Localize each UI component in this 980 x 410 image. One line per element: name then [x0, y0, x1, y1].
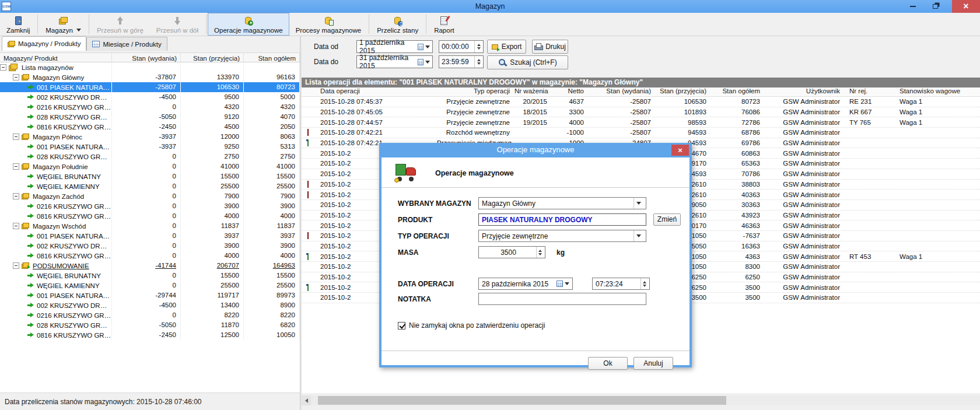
toolbar-button-raport[interactable]: Raport [428, 13, 461, 36]
spinner-buttons[interactable] [474, 56, 481, 68]
zmien-button[interactable]: Zmień [653, 213, 681, 226]
column-header[interactable]: Stan (przyjęcia) [653, 87, 709, 96]
tree-item[interactable]: Magazyn Główny [0, 72, 112, 82]
chevron-down-icon[interactable] [425, 61, 430, 64]
tree-row[interactable]: 002 KRUSZYWO DR…-450095005000 [0, 92, 300, 102]
expander-icon[interactable] [13, 223, 19, 229]
table-row[interactable]: 2015-10-28 07:45:37Przyjęcie zewnętrzne2… [302, 97, 980, 107]
column-header[interactable]: Stan (przyjęcia) [181, 53, 244, 63]
expander-icon[interactable] [13, 134, 19, 140]
column-header[interactable]: Stan ogółem [709, 87, 762, 96]
spin-down-icon[interactable] [477, 62, 481, 65]
expander-icon[interactable] [13, 193, 19, 199]
tree-item[interactable]: 001 PIASEK NATURA… [0, 290, 112, 300]
tree-row[interactable]: 001 PIASEK NATURA…039373937 [0, 231, 300, 241]
toolbar-button-operacje-magazynowe[interactable]: Operacje magazynowe [208, 13, 289, 36]
tree-item[interactable]: 002 KRUSZYWO DR… [0, 92, 112, 102]
column-header[interactable]: Stan (wydania) [112, 53, 181, 63]
tab-magazyny-produkty[interactable]: Magazyny / Produkty [2, 36, 86, 51]
tree-item[interactable]: WĘGIEL BRUNATNY [0, 271, 112, 281]
tree-row[interactable]: WĘGIEL KAMIENNY02550025500 [0, 181, 300, 191]
spin-down-icon[interactable] [477, 47, 481, 50]
dialog-close-button[interactable]: × [671, 145, 689, 156]
chevron-down-icon[interactable] [76, 29, 81, 31]
tree-item[interactable]: WĘGIEL KAMIENNY [0, 281, 112, 290]
tree-item[interactable]: 028 KRUSZYWO GR… [0, 112, 112, 122]
spin-up-icon[interactable] [643, 281, 646, 283]
time-from-input[interactable]: 00:00:00 [439, 40, 484, 53]
tree-row[interactable]: Magazyn Południe04100041000 [0, 162, 300, 171]
time-to-input[interactable]: 23:59:59 [439, 55, 484, 68]
search-button[interactable]: Szukaj (Ctrl+F) [487, 55, 568, 69]
column-header[interactable]: Nr ważenia [512, 87, 550, 96]
tree-row[interactable]: PODSUMOWANIE-41744206707164963 [0, 261, 300, 271]
dropdown-button[interactable] [634, 198, 643, 209]
column-header[interactable]: Data operacji [318, 87, 435, 96]
expander-icon[interactable] [13, 163, 19, 170]
spin-up-icon[interactable] [477, 59, 481, 61]
toolbar-button-przesun-w-gore[interactable]: Przesuń w górę [90, 13, 150, 36]
column-header[interactable]: Netto [550, 87, 586, 96]
tree-row[interactable]: 0216 KRUSZYWO GR…039003900 [0, 201, 300, 211]
chevron-down-icon[interactable] [425, 45, 430, 48]
date-to-input[interactable]: 31 października 2015 [356, 55, 433, 68]
tree-row[interactable]: 002 KRUSZYWO DR…-4500134008900 [0, 300, 300, 310]
tree-item[interactable]: WĘGIEL KAMIENNY [0, 181, 112, 191]
masa-spinner[interactable]: 3500 [478, 246, 545, 258]
toolbar-button-zamknij[interactable]: Zamknij [0, 13, 36, 36]
column-header[interactable]: Stan ogółem [244, 53, 300, 63]
czas-operacji-spinner[interactable]: 07:23:24 [592, 278, 650, 290]
tree-row[interactable]: 028 KRUSZYWO GR…027502750 [0, 152, 300, 162]
tree-item[interactable]: 001 PIASEK NATURA… [0, 142, 112, 152]
tree-row[interactable]: 001 PIASEK NATURA…-2580710653080723 [0, 82, 300, 92]
tree-row[interactable]: WĘGIEL BRUNATNY01550015500 [0, 271, 300, 281]
tab-miesiace-produkty[interactable]: Miesiące / Produkty [86, 37, 167, 51]
tree-row[interactable]: WĘGIEL KAMIENNY02550025500 [0, 281, 300, 290]
tree-item[interactable]: 0216 KRUSZYWO GR… [0, 310, 112, 320]
chevron-down-icon[interactable] [565, 282, 569, 285]
expander-icon[interactable] [13, 74, 19, 80]
print-button[interactable]: Drukuj [532, 40, 568, 54]
tree-item[interactable]: 0216 KRUSZYWO GR… [0, 102, 112, 112]
tree-item[interactable]: Magazyn Zachód [0, 191, 112, 201]
tree-item[interactable]: Magazyn Wschód [0, 221, 112, 231]
spinner-buttons[interactable] [474, 41, 481, 52]
minimize-button[interactable] [904, 0, 922, 13]
tree-row[interactable]: 0216 KRUSZYWO GR…043204320 [0, 102, 300, 112]
toolbar-button-magazyn[interactable]: Magazyn [39, 13, 88, 36]
tree-row[interactable]: Lista magazynów [0, 62, 300, 72]
spin-down-icon[interactable] [538, 253, 542, 255]
typ-operacji-select[interactable]: Przyjęcie zewnętrzne [478, 230, 646, 242]
dropdown-button[interactable] [634, 230, 643, 241]
tree-row[interactable]: 028 KRUSZYWO GR…-5050118706820 [0, 320, 300, 330]
tree-item[interactable]: 001 PIASEK NATURA… [0, 231, 112, 241]
tree-item[interactable]: 002 KRUSZYWO DR… [0, 241, 112, 251]
spinner-buttons[interactable] [536, 247, 542, 258]
tree-row[interactable]: 0816 KRUSZYWO GR…040004000 [0, 211, 300, 221]
table-row[interactable]: 2015-10-28 07:45:05Przyjęcie zewnętrzne1… [302, 107, 980, 118]
tree-item[interactable]: WĘGIEL BRUNATNY [0, 171, 112, 181]
notatka-input[interactable] [478, 293, 646, 305]
spin-up-icon[interactable] [477, 44, 481, 46]
tree-row[interactable]: Magazyn Wschód01183711837 [0, 221, 300, 231]
column-header[interactable]: Nr rej. [842, 87, 892, 96]
table-row[interactable]: 2015-10-28 07:44:57Przyjęcie zewnętrzne1… [302, 117, 980, 128]
tree-item[interactable]: 001 PIASEK NATURA… [0, 82, 112, 92]
export-button[interactable]: Export [487, 40, 526, 54]
scroll-left-arrow-icon[interactable] [302, 395, 311, 405]
date-from-input[interactable]: 1 października 2015 [356, 40, 433, 53]
ok-button[interactable]: Ok [588, 357, 628, 370]
expander-icon[interactable] [0, 64, 6, 71]
spinner-buttons[interactable] [640, 278, 646, 289]
toolbar-button-procesy-magazynowe[interactable]: Procesy magazynowe [289, 13, 368, 36]
tree-item[interactable]: 028 KRUSZYWO GR… [0, 152, 112, 162]
scrollbar-thumb[interactable] [318, 396, 726, 405]
toolbar-button-przesun-w-dol[interactable]: Przesuń w dół [150, 13, 205, 36]
tree-item[interactable]: 002 KRUSZYWO DR… [0, 300, 112, 310]
tree-row[interactable]: Magazyn Zachód079007900 [0, 191, 300, 201]
table-row[interactable]: 2015-10-28 07:42:21Rozchód wewnętrzny-10… [302, 128, 980, 138]
tree-item[interactable]: 0816 KRUSZYWO GR… [0, 330, 112, 340]
tree-row[interactable]: 0816 KRUSZYWO GR…040004000 [0, 251, 300, 261]
tree-item[interactable]: 0816 KRUSZYWO GR… [0, 211, 112, 221]
tree-row[interactable]: 0216 KRUSZYWO GR…082208220 [0, 310, 300, 320]
